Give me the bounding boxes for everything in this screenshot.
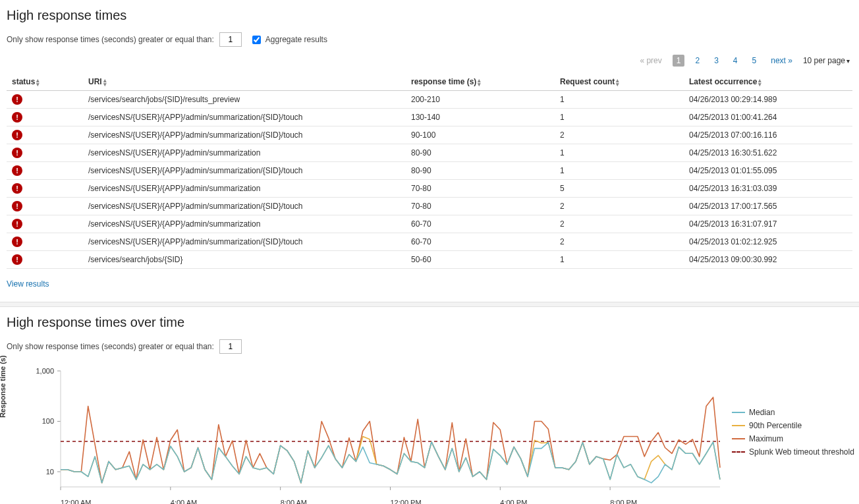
chart-x-axis: 12:00 AMThu Apr 2520134:00 AM8:00 AM12:0… bbox=[61, 499, 719, 504]
table-row[interactable]: !/servicesNS/{USER}/{APP}/admin/summariz… bbox=[7, 233, 852, 251]
pager-page-3[interactable]: 3 bbox=[710, 55, 723, 67]
paginator: « prev 1 2 3 4 5 next » 10 per page ▾ bbox=[7, 52, 852, 70]
x-tick-label: 12:00 AMThu Apr 252013 bbox=[61, 499, 96, 504]
alert-icon: ! bbox=[12, 201, 22, 211]
table-row[interactable]: !/servicesNS/{USER}/{APP}/admin/summariz… bbox=[7, 198, 852, 215]
cell-request-count: 1 bbox=[555, 91, 684, 109]
cell-latest-occurrence: 04/25/2013 01:00:41.264 bbox=[684, 109, 852, 126]
alert-icon: ! bbox=[12, 219, 22, 229]
sort-icon: ▴▾ bbox=[103, 78, 107, 86]
cell-uri: /servicesNS/{USER}/{APP}/admin/summariza… bbox=[83, 162, 406, 180]
x-tick-label: 4:00 PM bbox=[500, 499, 527, 504]
panel2-title: High response times over time bbox=[7, 315, 852, 330]
table-row[interactable]: !/services/search/jobs/{SID}50-60104/25/… bbox=[7, 251, 852, 269]
cell-uri: /servicesNS/{USER}/{APP}/admin/summariza… bbox=[83, 180, 406, 198]
cell-request-count: 1 bbox=[555, 144, 684, 162]
cell-latest-occurrence: 04/25/2013 16:30:51.622 bbox=[684, 144, 852, 162]
alert-icon: ! bbox=[12, 165, 22, 176]
response-time-chart: 101001,000 bbox=[7, 367, 728, 499]
table-row[interactable]: !/servicesNS/{USER}/{APP}/admin/summariz… bbox=[7, 162, 852, 180]
cell-uri: /servicesNS/{USER}/{APP}/admin/summariza… bbox=[83, 126, 406, 144]
chart-legend: Median 90th Percentile Maximum Splunk We… bbox=[732, 367, 854, 461]
cell-uri: /servicesNS/{USER}/{APP}/admin/summariza… bbox=[83, 233, 406, 251]
chart-frame: Response time (s) 101001,000 12:00 AMThu… bbox=[7, 367, 728, 504]
cell-latest-occurrence: 04/25/2013 16:31:03.039 bbox=[684, 180, 852, 198]
cell-request-count: 5 bbox=[555, 180, 684, 198]
cell-response-time: 80-90 bbox=[406, 144, 555, 162]
cell-request-count: 2 bbox=[555, 215, 684, 233]
sort-icon: ▴▾ bbox=[758, 78, 762, 86]
cell-response-time: 80-90 bbox=[406, 162, 555, 180]
chart-container: Response time (s) 101001,000 12:00 AMThu… bbox=[7, 359, 852, 504]
chart-y-axis-label: Response time (s) bbox=[0, 355, 7, 418]
x-tick-label: 4:00 AM bbox=[171, 499, 197, 504]
table-row[interactable]: !/servicesNS/{USER}/{APP}/admin/summariz… bbox=[7, 215, 852, 233]
cell-latest-occurrence: 04/25/2013 09:00:30.992 bbox=[684, 251, 852, 269]
cell-latest-occurrence: 04/26/2013 00:29:14.989 bbox=[684, 91, 852, 109]
panel1-filter-label: Only show response times (seconds) great… bbox=[7, 35, 214, 44]
table-row[interactable]: !/servicesNS/{USER}/{APP}/admin/summariz… bbox=[7, 126, 852, 144]
legend-max: Maximum bbox=[732, 434, 854, 443]
sort-icon: ▴▾ bbox=[616, 78, 619, 86]
cell-request-count: 2 bbox=[555, 233, 684, 251]
cell-uri: /services/search/jobs/{SID}/results_prev… bbox=[83, 91, 406, 109]
table-row[interactable]: !/services/search/jobs/{SID}/results_pre… bbox=[7, 91, 852, 109]
cell-latest-occurrence: 04/25/2013 01:02:12.925 bbox=[684, 233, 852, 251]
alert-icon: ! bbox=[12, 130, 22, 140]
alert-icon: ! bbox=[12, 237, 22, 247]
pager-page-2[interactable]: 2 bbox=[691, 55, 704, 67]
cell-uri: /servicesNS/{USER}/{APP}/admin/summariza… bbox=[83, 144, 406, 162]
svg-text:100: 100 bbox=[42, 417, 54, 425]
high-response-times-over-time-panel: High response times over time Only show … bbox=[0, 307, 859, 504]
aggregate-checkbox[interactable] bbox=[252, 36, 261, 44]
col-response-time[interactable]: response time (s)▴▾ bbox=[406, 73, 555, 91]
pager-page-4[interactable]: 4 bbox=[729, 55, 742, 67]
cell-response-time: 200-210 bbox=[406, 91, 555, 109]
table-header-row: status▴▾ URI▴▾ response time (s)▴▾ Reque… bbox=[7, 73, 852, 91]
results-table: status▴▾ URI▴▾ response time (s)▴▾ Reque… bbox=[7, 73, 852, 269]
pager-page-5[interactable]: 5 bbox=[748, 55, 761, 67]
cell-uri: /services/search/jobs/{SID} bbox=[83, 251, 406, 269]
cell-request-count: 2 bbox=[555, 198, 684, 215]
pager-page-1[interactable]: 1 bbox=[673, 55, 685, 67]
alert-icon: ! bbox=[12, 148, 22, 158]
table-row[interactable]: !/servicesNS/{USER}/{APP}/admin/summariz… bbox=[7, 109, 852, 126]
legend-line-icon bbox=[732, 451, 745, 453]
svg-text:10: 10 bbox=[46, 468, 54, 476]
panel2-threshold-input[interactable] bbox=[219, 339, 242, 354]
cell-response-time: 60-70 bbox=[406, 215, 555, 233]
table-row[interactable]: !/servicesNS/{USER}/{APP}/admin/summariz… bbox=[7, 180, 852, 198]
table-row[interactable]: !/servicesNS/{USER}/{APP}/admin/summariz… bbox=[7, 144, 852, 162]
col-status[interactable]: status▴▾ bbox=[7, 73, 83, 91]
view-results-link[interactable]: View results bbox=[7, 279, 49, 289]
x-tick-label: 8:00 AM bbox=[281, 499, 307, 504]
aggregate-toggle[interactable]: Aggregate results bbox=[250, 34, 327, 46]
cell-response-time: 60-70 bbox=[406, 233, 555, 251]
per-page-dropdown[interactable]: 10 per page ▾ bbox=[803, 56, 850, 65]
col-uri[interactable]: URI▴▾ bbox=[83, 73, 406, 91]
legend-threshold: Splunk Web timeout threshold bbox=[732, 447, 854, 457]
legend-p90: 90th Percentile bbox=[732, 421, 854, 430]
cell-request-count: 1 bbox=[555, 162, 684, 180]
panel2-filter-row: Only show response times (seconds) great… bbox=[7, 339, 852, 354]
cell-uri: /servicesNS/{USER}/{APP}/admin/summariza… bbox=[83, 109, 406, 126]
cell-request-count: 2 bbox=[555, 126, 684, 144]
legend-line-icon bbox=[732, 425, 745, 426]
svg-text:1,000: 1,000 bbox=[36, 367, 54, 375]
cell-uri: /servicesNS/{USER}/{APP}/admin/summariza… bbox=[83, 198, 406, 215]
cell-latest-occurrence: 04/25/2013 01:01:55.095 bbox=[684, 162, 852, 180]
col-request-count[interactable]: Request count▴▾ bbox=[555, 73, 684, 91]
x-tick-label: 8:00 PM bbox=[610, 499, 637, 504]
pager-prev[interactable]: « prev bbox=[636, 55, 665, 67]
cell-uri: /servicesNS/{USER}/{APP}/admin/summariza… bbox=[83, 215, 406, 233]
pager-next[interactable]: next » bbox=[767, 55, 796, 67]
chevron-down-icon: ▾ bbox=[846, 57, 850, 65]
panel1-title: High response times bbox=[7, 8, 852, 23]
cell-latest-occurrence: 04/25/2013 17:00:17.565 bbox=[684, 198, 852, 215]
cell-request-count: 1 bbox=[555, 109, 684, 126]
cell-response-time: 130-140 bbox=[406, 109, 555, 126]
panel1-threshold-input[interactable] bbox=[219, 32, 242, 47]
panel2-filter-label: Only show response times (seconds) great… bbox=[7, 342, 214, 351]
col-latest-occurrence[interactable]: Latest occurrence▴▾ bbox=[684, 73, 852, 91]
alert-icon: ! bbox=[12, 112, 22, 123]
